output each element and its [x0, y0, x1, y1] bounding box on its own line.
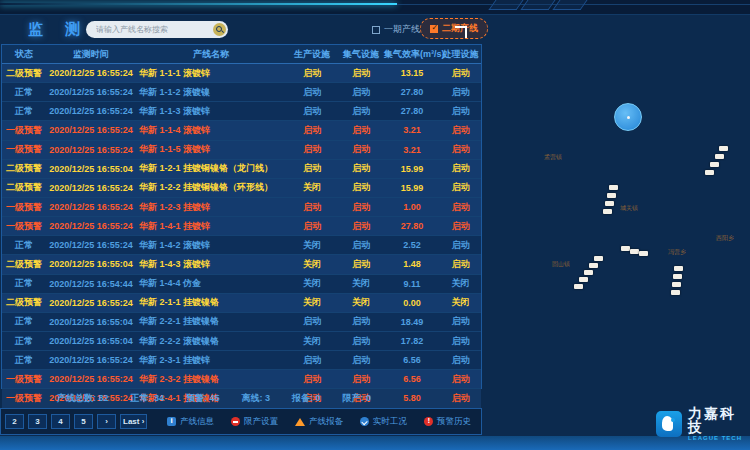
cell-eff: 2.52 — [384, 240, 440, 250]
cell-time: 2020/12/25 16:55:24 — [46, 68, 136, 78]
table-row[interactable]: 一级预警2020/12/25 16:55:24华新 1-1-4 滚镀锌启动启动3… — [2, 121, 481, 140]
map-marker[interactable] — [705, 170, 714, 175]
cell-gas: 启动 — [338, 124, 384, 137]
page-button[interactable]: 3 — [28, 414, 47, 429]
table-row[interactable]: 一级预警2020/12/25 16:55:24华新 1-4-1 挂镀锌启动启动2… — [2, 217, 481, 236]
cell-treat: 启动 — [440, 105, 481, 118]
map-region-label: 孟营镇 — [544, 153, 562, 162]
page-button[interactable]: Last › — [120, 414, 147, 429]
map-marker[interactable] — [594, 256, 603, 261]
pagination: 2345›Last › — [1, 414, 147, 429]
cell-treat: 启动 — [440, 335, 481, 348]
cell-gas: 启动 — [338, 105, 384, 118]
cell-eff: 13.15 — [384, 68, 440, 78]
table-row[interactable]: 一级预警2020/12/25 16:55:24华新 2-3-2 挂镀镍铬启动启动… — [2, 370, 481, 389]
logo-name: 力嘉科技 — [688, 406, 750, 434]
page-button[interactable]: 4 — [51, 414, 70, 429]
table-row[interactable]: 二级预警2020/12/25 16:55:24华新 1-1-1 滚镀锌启动启动1… — [2, 64, 481, 83]
cell-status: 一级预警 — [2, 143, 46, 156]
legend-item[interactable]: 限产设置 — [231, 416, 278, 428]
checkbox-checked-icon — [430, 25, 438, 33]
map-marker[interactable] — [607, 193, 616, 198]
cell-time: 2020/12/25 16:55:24 — [46, 298, 136, 308]
map-marker[interactable] — [589, 263, 598, 268]
footer-legend: 产线信息限产设置产线报备实时工况预警历史 — [167, 416, 481, 428]
search-input[interactable] — [86, 25, 213, 34]
footer-bar: 2345›Last › 产线信息限产设置产线报备实时工况预警历史 — [0, 408, 482, 435]
map-marker[interactable] — [719, 146, 728, 151]
map-marker[interactable] — [579, 277, 588, 282]
table-row[interactable]: 正常2020/12/25 16:55:24华新 1-4-2 滚镀锌关闭启动2.5… — [2, 236, 481, 255]
cell-status: 正常 — [2, 277, 46, 290]
page-button[interactable]: 2 — [5, 414, 24, 429]
cell-time: 2020/12/25 16:55:24 — [46, 87, 136, 97]
map-marker[interactable] — [574, 284, 583, 289]
map-region-label: 固山镇 — [552, 260, 570, 269]
cell-time: 2020/12/25 16:55:04 — [46, 259, 136, 269]
cell-status: 一级预警 — [2, 124, 46, 137]
legend-item[interactable]: 产线信息 — [167, 416, 214, 428]
phase2-checkbox[interactable]: 二期产线 — [420, 18, 488, 39]
map-marker[interactable] — [630, 249, 639, 254]
phase1-checkbox[interactable]: 一期产线 — [372, 23, 420, 36]
column-header: 集气效率(m³/s) — [384, 48, 440, 61]
map-marker[interactable] — [584, 270, 593, 275]
table-row[interactable]: 正常2020/12/25 16:55:24华新 1-1-2 滚镀镍启动启动27.… — [2, 83, 481, 102]
map-alert-circle[interactable] — [614, 103, 642, 131]
column-header: 集气设施 — [338, 48, 384, 61]
cell-status: 一级预警 — [2, 220, 46, 233]
cell-status: 二级预警 — [2, 67, 46, 80]
cell-name: 华新 1-2-2 挂镀铜镍铬（环形线） — [136, 181, 286, 194]
cell-treat: 启动 — [440, 258, 481, 271]
cell-gas: 关闭 — [338, 296, 384, 309]
table-row[interactable]: 正常2020/12/25 16:55:24华新 1-1-3 滚镀锌启动启动27.… — [2, 102, 481, 121]
cell-status: 正常 — [2, 239, 46, 252]
map-marker[interactable] — [673, 274, 682, 279]
cell-treat: 启动 — [440, 373, 481, 386]
legend-item[interactable]: 预警历史 — [424, 416, 471, 428]
summary-row: 产线总数: 82正常: 34预警: 45离线: 3报备: 0限产: 0 — [1, 390, 482, 407]
cell-treat: 启动 — [440, 162, 481, 175]
cell-eff: 15.99 — [384, 183, 440, 193]
table-row[interactable]: 一级预警2020/12/25 16:55:24华新 1-1-5 滚镀锌启动启动3… — [2, 141, 481, 160]
cell-gas: 启动 — [338, 258, 384, 271]
cell-time: 2020/12/25 16:54:44 — [46, 279, 136, 289]
legend-item[interactable]: 实时工况 — [360, 416, 407, 428]
table-row[interactable]: 正常2020/12/25 16:54:44华新 1-4-4 仿金关闭关闭9.11… — [2, 275, 481, 294]
map-marker[interactable] — [674, 266, 683, 271]
map-marker[interactable] — [603, 209, 612, 214]
legend-label: 产线报备 — [309, 416, 343, 428]
cell-gas: 启动 — [338, 220, 384, 233]
info-icon — [167, 417, 176, 426]
trapezoid-decor — [520, 0, 555, 10]
page-button[interactable]: › — [97, 414, 116, 429]
map-marker[interactable] — [715, 154, 724, 159]
table-row[interactable]: 正常2020/12/25 16:55:04华新 2-2-2 滚镀镍铬关闭启动17… — [2, 332, 481, 351]
table-row[interactable]: 一级预警2020/12/25 16:55:24华新 1-2-3 挂镀锌启动启动1… — [2, 198, 481, 217]
cell-time: 2020/12/25 16:55:24 — [46, 125, 136, 135]
map-marker[interactable] — [671, 290, 680, 295]
map-marker[interactable] — [609, 185, 618, 190]
map-marker[interactable] — [672, 282, 681, 287]
cell-status: 二级预警 — [2, 296, 46, 309]
table-row[interactable]: 二级预警2020/12/25 16:55:04华新 1-4-3 滚镀锌关闭启动1… — [2, 255, 481, 274]
table-row[interactable]: 二级预警2020/12/25 16:55:24华新 2-1-1 挂镀镍铬关闭关闭… — [2, 294, 481, 313]
table-row[interactable]: 二级预警2020/12/25 16:55:04华新 1-2-1 挂镀铜镍铬（龙门… — [2, 160, 481, 179]
cell-treat: 关闭 — [440, 277, 481, 290]
map-marker[interactable] — [605, 201, 614, 206]
table-row[interactable]: 二级预警2020/12/25 16:55:24华新 1-2-2 挂镀铜镍铬（环形… — [2, 179, 481, 198]
cell-gas: 启动 — [338, 239, 384, 252]
search-box[interactable] — [86, 21, 228, 38]
legend-item[interactable]: 产线报备 — [295, 416, 343, 428]
table-row[interactable]: 正常2020/12/25 16:55:24华新 2-3-1 挂镀锌启动启动6.5… — [2, 351, 481, 370]
trapezoid-decor — [488, 0, 523, 10]
table-row[interactable]: 正常2020/12/25 16:55:04华新 2-2-1 挂镀镍铬启动启动18… — [2, 313, 481, 332]
cell-treat: 关闭 — [440, 296, 481, 309]
cell-status: 二级预警 — [2, 181, 46, 194]
map-marker[interactable] — [639, 251, 648, 256]
page-button[interactable]: 5 — [74, 414, 93, 429]
map-marker[interactable] — [621, 246, 630, 251]
logo-subtitle: LEAGUE TECH — [688, 434, 750, 442]
map-marker[interactable] — [710, 162, 719, 167]
search-icon[interactable] — [213, 23, 226, 36]
